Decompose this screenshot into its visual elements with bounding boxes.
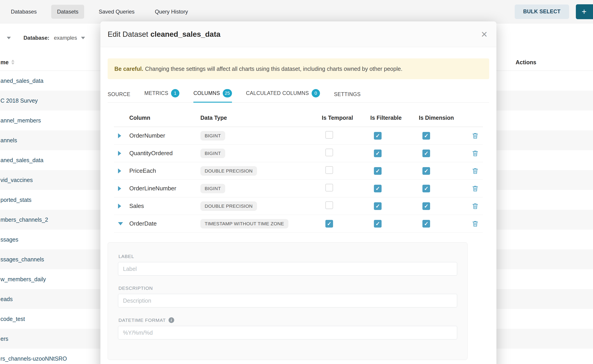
- is-temporal-checkbox[interactable]: [325, 220, 333, 228]
- tab-calculated-columns[interactable]: CALCULATED COLUMNS 0: [246, 86, 320, 102]
- columns-table-header: Column Data Type Is Temporal Is Filterab…: [114, 109, 483, 127]
- column-detail-panel: LABEL DESCRIPTION DATETIME FORMAT: [108, 242, 468, 360]
- dataset-name-link[interactable]: aned_sales_data: [0, 78, 43, 84]
- columns-table-body: OrderNumber BIGINT QuantityOrdered BIGIN…: [114, 127, 483, 233]
- tab-label: COLUMNS: [193, 90, 220, 96]
- dataset-name-link[interactable]: code_test: [0, 316, 25, 322]
- dataset-name-link[interactable]: ers: [0, 336, 8, 342]
- is-filterable-checkbox[interactable]: [374, 132, 382, 140]
- delete-column-icon[interactable]: [472, 150, 479, 157]
- modal-header: Edit Datasetcleaned_sales_data ×: [100, 21, 496, 47]
- expand-caret-icon[interactable]: [118, 204, 121, 209]
- chevron-down-icon[interactable]: [7, 37, 11, 39]
- is-dimension-checkbox[interactable]: [422, 202, 430, 210]
- top-nav: Databases Datasets Saved Queries Query H…: [0, 0, 593, 23]
- plus-icon: +: [582, 7, 586, 16]
- data-type-badge: BIGINT: [200, 131, 225, 141]
- tab-source[interactable]: SOURCE: [108, 88, 130, 102]
- is-filterable-checkbox[interactable]: [374, 202, 382, 210]
- delete-column-icon[interactable]: [472, 220, 479, 227]
- data-type-badge: DOUBLE PRECISION: [200, 202, 257, 211]
- dataset-name-link[interactable]: rs_channels-uzooNNtSRO: [0, 355, 67, 362]
- is-dimension-checkbox[interactable]: [422, 132, 430, 140]
- label-input[interactable]: [118, 262, 457, 276]
- data-type-badge: TIMESTAMP WITHOUT TIME ZONE: [200, 219, 288, 228]
- data-type-badge: DOUBLE PRECISION: [200, 166, 257, 176]
- tab-label: CALCULATED COLUMNS: [246, 90, 309, 96]
- name-column-header[interactable]: me: [0, 59, 14, 65]
- dataset-name-link[interactable]: annels: [0, 137, 17, 144]
- nav-item-saved-queries[interactable]: Saved Queries: [93, 5, 140, 19]
- is-temporal-checkbox[interactable]: [325, 202, 333, 209]
- is-temporal-checkbox[interactable]: [325, 131, 333, 139]
- column-header: Column: [129, 115, 200, 121]
- is-filterable-checkbox[interactable]: [374, 220, 382, 228]
- column-row: OrderLineNumber BIGINT: [114, 180, 483, 197]
- datetime-format-input[interactable]: [118, 326, 457, 339]
- column-row: OrderNumber BIGINT: [114, 127, 483, 144]
- column-name: Sales: [129, 202, 200, 209]
- is-dimension-checkbox[interactable]: [422, 167, 430, 175]
- nav-item-query-history[interactable]: Query History: [149, 5, 194, 19]
- sort-icon[interactable]: [11, 60, 14, 65]
- column-row: OrderDate TIMESTAMP WITHOUT TIME ZONE: [114, 215, 483, 233]
- is-temporal-checkbox[interactable]: [325, 184, 333, 191]
- tab-label: SOURCE: [108, 91, 130, 98]
- nav-item-databases[interactable]: Databases: [5, 5, 43, 19]
- is-temporal-checkbox[interactable]: [325, 166, 333, 174]
- expand-caret-icon[interactable]: [118, 222, 123, 225]
- database-filter-value[interactable]: examples: [54, 35, 77, 41]
- is-dimension-checkbox[interactable]: [422, 185, 430, 192]
- is-filterable-checkbox[interactable]: [374, 185, 382, 192]
- dataset-name-link[interactable]: C 2018 Survey: [0, 98, 38, 104]
- description-field-group: DESCRIPTION: [118, 286, 457, 307]
- dataset-name-link[interactable]: ssages_channels: [0, 256, 44, 263]
- tab-label: SETTINGS: [334, 91, 361, 98]
- dataset-name-link[interactable]: aned_sales_data: [0, 157, 43, 163]
- is-filterable-checkbox[interactable]: [374, 150, 382, 157]
- expand-caret-icon[interactable]: [118, 151, 121, 156]
- dataset-name-link[interactable]: annel_members: [0, 117, 41, 124]
- is-filterable-checkbox[interactable]: [374, 167, 382, 175]
- is-temporal-checkbox[interactable]: [325, 149, 333, 156]
- delete-column-icon[interactable]: [472, 202, 479, 210]
- datetime-format-field-group: DATETIME FORMAT: [118, 317, 457, 339]
- expand-caret-icon[interactable]: [118, 133, 121, 138]
- column-name: OrderNumber: [129, 132, 200, 139]
- tab-settings[interactable]: SETTINGS: [334, 88, 361, 102]
- column-name: QuantityOrdered: [129, 150, 200, 157]
- dataset-name-link[interactable]: eads: [0, 296, 13, 302]
- column-row: QuantityOrdered BIGINT: [114, 144, 483, 162]
- delete-column-icon[interactable]: [472, 132, 479, 139]
- description-input[interactable]: [118, 294, 457, 307]
- delete-column-icon[interactable]: [472, 167, 479, 175]
- is-dimension-checkbox[interactable]: [422, 150, 430, 157]
- dataset-name-link[interactable]: ssages: [0, 236, 18, 243]
- dataset-name-link[interactable]: vid_vaccines: [0, 177, 33, 183]
- modal-dataset-name: cleaned_sales_data: [151, 30, 220, 38]
- nav-actions: BULK SELECT +: [515, 4, 593, 19]
- label-field-group: LABEL: [118, 254, 457, 276]
- tab-columns[interactable]: COLUMNS 25: [193, 86, 232, 102]
- chevron-down-icon[interactable]: [81, 37, 85, 39]
- expand-caret-icon[interactable]: [118, 186, 121, 191]
- edit-dataset-modal: Edit Datasetcleaned_sales_data × Be care…: [100, 21, 496, 364]
- description-field-label: DESCRIPTION: [119, 286, 153, 291]
- dataset-name-link[interactable]: mbers_channels_2: [0, 216, 48, 223]
- bulk-select-button[interactable]: BULK SELECT: [515, 5, 569, 19]
- delete-column-icon[interactable]: [472, 185, 479, 192]
- is-dimension-checkbox[interactable]: [422, 220, 430, 228]
- is-filterable-header: Is Filterable: [370, 115, 419, 121]
- tab-metrics[interactable]: METRICS 1: [145, 86, 179, 102]
- expand-caret-icon[interactable]: [118, 169, 121, 173]
- modal-body: Be careful.Changing these settings will …: [100, 47, 496, 360]
- nav-item-datasets[interactable]: Datasets: [51, 5, 84, 19]
- add-dataset-button[interactable]: +: [576, 4, 593, 19]
- info-icon[interactable]: [169, 317, 174, 323]
- close-icon[interactable]: ×: [481, 29, 488, 40]
- database-filter-label: Database:: [23, 35, 49, 41]
- dataset-name-link[interactable]: ported_stats: [0, 197, 32, 203]
- actions-column-header: Actions: [516, 59, 536, 65]
- nav-menu: Databases Datasets Saved Queries Query H…: [5, 5, 194, 19]
- dataset-name-link[interactable]: w_members_daily: [0, 276, 46, 283]
